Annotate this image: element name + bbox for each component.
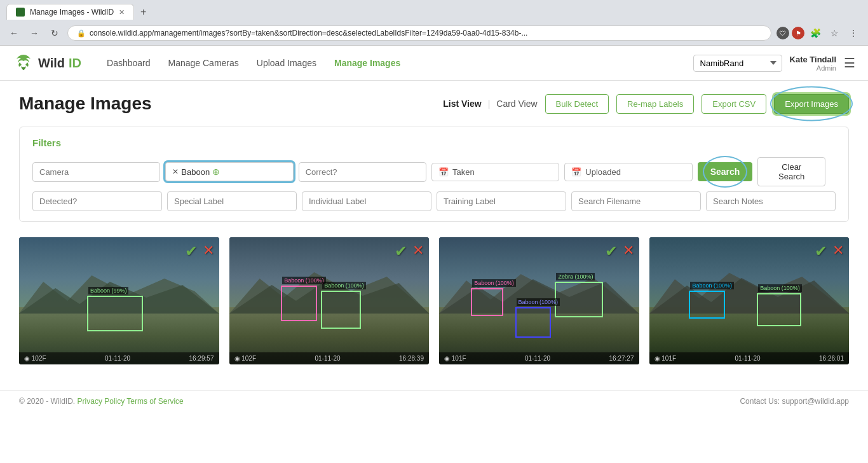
image-card-1[interactable]: Baboon (99%) ✔ ✕ ◉ 102F 01-11-20 16:29:5… — [19, 237, 219, 364]
logo-text-wild: Wild — [38, 56, 65, 71]
card-controls-3: ✔ ✕ — [605, 242, 634, 260]
mountains-4 — [649, 269, 850, 314]
det-box-4a: Baboon (100%) — [689, 291, 725, 319]
more-button[interactable]: ⋮ — [845, 25, 862, 41]
baboon-tag-add-icon[interactable]: ⊕ — [212, 167, 220, 177]
approve-icon-3[interactable]: ✔ — [605, 242, 618, 260]
det-box-3c: Baboon (100%) — [515, 307, 552, 338]
reject-icon-4[interactable]: ✕ — [832, 242, 844, 260]
search-filename-filter[interactable] — [571, 191, 701, 211]
search-btn-wrapper: Search — [698, 162, 753, 181]
footer-copyright: © 2020 - WildID. — [19, 397, 78, 406]
det-label-baboon-1: Baboon (99%) — [88, 287, 129, 294]
footer-terms-link[interactable]: Terms of Service — [126, 397, 183, 406]
card-time-4: 16:26:01 — [819, 355, 844, 362]
approve-icon-4[interactable]: ✔ — [815, 242, 827, 260]
det-label-3a: Baboon (100%) — [472, 279, 516, 287]
export-csv-button[interactable]: Export CSV — [702, 94, 766, 114]
nav-dashboard[interactable]: Dashboard — [107, 58, 151, 68]
bulk-detect-button[interactable]: Bulk Detect — [545, 94, 609, 114]
card-footer-2: ◉ 102F 01-11-20 16:28:39 — [229, 352, 430, 364]
card-time-1: 16:29:57 — [189, 355, 214, 362]
reject-icon-2[interactable]: ✕ — [412, 242, 424, 260]
view-toggle: List View | Card View — [443, 99, 537, 109]
app-header: WildID Dashboard Manage Cameras Upload I… — [0, 46, 868, 81]
uploaded-filter[interactable]: 📅 Uploaded — [564, 163, 692, 181]
extension-icon-1[interactable]: 🛡 — [776, 27, 789, 39]
baboon-tag-remove-icon[interactable]: ✕ — [172, 167, 179, 176]
address-bar[interactable]: 🔒 console.wildid.app/management/images?s… — [67, 25, 771, 41]
new-tab-button[interactable]: + — [137, 5, 150, 19]
special-label-filter[interactable] — [167, 191, 297, 211]
remap-labels-button[interactable]: Re-map Labels — [616, 94, 694, 114]
training-label-filter[interactable] — [437, 191, 566, 211]
search-button[interactable]: Search — [698, 162, 753, 181]
baboon-filter-tag[interactable]: ✕ Baboon ⊕ — [165, 162, 293, 181]
reject-icon-3[interactable]: ✕ — [623, 242, 634, 260]
image-card-3[interactable]: Baboon (100%) Zebra (100%) Baboon (100%)… — [439, 237, 639, 364]
reject-icon-1[interactable]: ✕ — [203, 242, 214, 260]
browser-chrome: Manage Images - WildID ✕ + ← → ↻ 🔒 conso… — [0, 0, 868, 46]
image-card-4[interactable]: Baboon (100%) Baboon (100%) ✔ ✕ ◉ 101F 0… — [649, 237, 850, 364]
org-selector[interactable]: NamibRand — [693, 55, 782, 72]
individual-label-filter[interactable] — [302, 191, 431, 211]
card-footer-1: ◉ 102F 01-11-20 16:29:57 — [19, 352, 219, 364]
extensions-button[interactable]: 🧩 — [807, 25, 824, 41]
camera-filter[interactable] — [32, 162, 160, 182]
hamburger-menu-icon[interactable]: ☰ — [844, 55, 855, 71]
search-notes-filter[interactable] — [706, 191, 836, 211]
correct-filter[interactable] — [299, 162, 426, 182]
uploaded-label: Uploaded — [585, 167, 621, 177]
det-label-2b: Baboon (100%) — [322, 282, 366, 289]
header-right: NamibRand Kate Tindall Admin ☰ — [693, 55, 855, 72]
app-footer: © 2020 - WildID. Privacy Policy Terms of… — [0, 390, 868, 412]
bookmarks-button[interactable]: ☆ — [826, 25, 843, 41]
det-label-3c: Baboon (100%) — [517, 298, 560, 306]
browser-controls: ← → ↻ 🔒 console.wildid.app/management/im… — [6, 22, 862, 45]
nav-manage-cameras[interactable]: Manage Cameras — [168, 58, 239, 68]
clear-search-button[interactable]: Clear Search — [757, 157, 825, 186]
card-footer-3: ◉ 101F 01-11-20 16:27:27 — [439, 352, 639, 364]
card-camera-4: ◉ 101F — [654, 355, 677, 362]
card-view-link[interactable]: Card View — [496, 99, 537, 109]
lock-icon: 🔒 — [77, 29, 86, 38]
card-time-3: 16:27:27 — [609, 355, 634, 362]
det-label-4a: Baboon (100%) — [690, 282, 734, 289]
card-date-3: 01-11-20 — [525, 355, 550, 362]
forward-button[interactable]: → — [27, 25, 42, 41]
approve-icon-1[interactable]: ✔ — [185, 242, 198, 260]
filters-title: Filters — [32, 137, 836, 148]
card-controls-1: ✔ ✕ — [185, 242, 214, 260]
footer-privacy-link[interactable]: Privacy Policy — [78, 397, 125, 406]
tab-close-icon[interactable]: ✕ — [119, 8, 125, 17]
export-images-wrapper: Export Images — [774, 94, 849, 114]
card-date-2: 01-11-20 — [315, 355, 341, 362]
logo-icon — [13, 52, 34, 74]
list-view-link[interactable]: List View — [443, 99, 481, 109]
detected-filter[interactable] — [32, 191, 162, 211]
approve-icon-2[interactable]: ✔ — [395, 242, 407, 260]
det-label-2a: Baboon (100%) — [282, 277, 326, 284]
taken-label: Taken — [452, 167, 475, 177]
card-controls-4: ✔ ✕ — [815, 242, 844, 260]
tab-favicon — [16, 8, 25, 17]
image-card-2[interactable]: Baboon (100%) Baboon (100%) ✔ ✕ ◉ 102F 0… — [229, 237, 430, 364]
det-box-4b: Baboon (100%) — [757, 293, 801, 326]
back-button[interactable]: ← — [6, 25, 22, 41]
export-images-button[interactable]: Export Images — [774, 94, 849, 114]
calendar-icon-2: 📅 — [571, 167, 581, 177]
tab-title: Manage Images - WildID — [30, 8, 114, 17]
view-divider: | — [488, 99, 491, 109]
refresh-button[interactable]: ↻ — [47, 25, 62, 41]
nav-manage-images[interactable]: Manage Images — [334, 58, 400, 68]
page-actions: List View | Card View Bulk Detect Re-map… — [443, 94, 849, 114]
nav-upload-images[interactable]: Upload Images — [257, 58, 316, 68]
calendar-icon: 📅 — [438, 167, 449, 177]
active-tab[interactable]: Manage Images - WildID ✕ — [6, 4, 134, 20]
taken-filter[interactable]: 📅 Taken — [431, 163, 559, 181]
extension-icon-2[interactable]: ⚑ — [792, 27, 804, 39]
image-grid: Baboon (99%) ✔ ✕ ◉ 102F 01-11-20 16:29:5… — [19, 237, 849, 364]
user-name: Kate Tindall — [790, 55, 836, 64]
card-footer-4: ◉ 101F 01-11-20 16:26:01 — [649, 352, 850, 364]
logo-text-id: ID — [69, 56, 81, 71]
